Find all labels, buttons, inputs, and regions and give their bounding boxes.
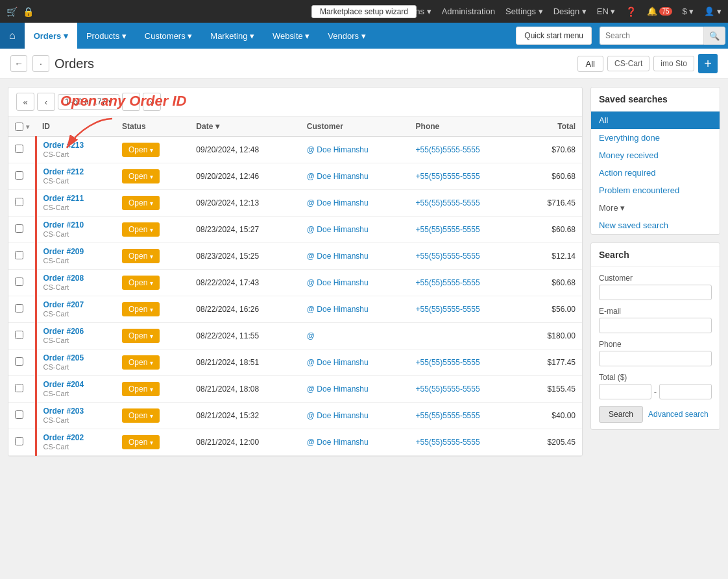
home-nav-btn[interactable]: ⌂ — [0, 23, 25, 49]
phone-link[interactable]: +55(55)5555-5555 — [416, 145, 480, 154]
open-order-btn[interactable]: Open ▾ — [122, 143, 160, 157]
saved-search-problem-encountered[interactable]: Problem encountered — [591, 182, 720, 199]
order-id-link[interactable]: Order #202 — [43, 433, 109, 442]
currency-menu[interactable]: $ ▾ — [683, 6, 694, 16]
lock-icon[interactable]: 🔒 — [23, 6, 34, 17]
prev-page-btn[interactable]: ‹ — [37, 93, 55, 111]
phone-link[interactable]: +55(55)5555-5555 — [416, 172, 480, 181]
open-order-btn[interactable]: Open ▾ — [122, 249, 160, 263]
customer-link[interactable]: @ Doe Himanshu — [307, 172, 369, 181]
row-checkbox[interactable] — [15, 331, 23, 339]
nav-products[interactable]: Products ▾ — [77, 23, 136, 49]
last-page-btn[interactable]: » — [143, 93, 161, 111]
phone-link[interactable]: +55(55)5555-5555 — [416, 384, 480, 394]
row-checkbox[interactable] — [15, 278, 23, 286]
customer-link[interactable]: @ Doe Himanshu — [307, 225, 369, 234]
marketplace-wizard-btn[interactable]: Marketplace setup wizard — [311, 5, 417, 18]
notifications-btn[interactable]: 🔔 75 — [647, 6, 672, 16]
row-checkbox[interactable] — [15, 437, 23, 445]
advanced-search-btn[interactable]: Advanced search — [648, 410, 709, 419]
saved-search-all[interactable]: All — [591, 112, 720, 129]
order-id-link[interactable]: Order #204 — [43, 380, 109, 389]
search-input[interactable] — [600, 27, 703, 45]
filter-imosto-btn[interactable]: imo Sto — [653, 56, 694, 71]
new-saved-search[interactable]: New saved search — [591, 217, 720, 234]
customer-input[interactable] — [599, 285, 712, 300]
open-order-btn[interactable]: Open ▾ — [122, 355, 160, 370]
select-all-checkbox[interactable] — [15, 123, 23, 131]
order-id-link[interactable]: Order #207 — [43, 300, 109, 309]
row-checkbox[interactable] — [15, 171, 23, 180]
total-min-input[interactable] — [599, 384, 651, 399]
forward-btn[interactable]: · — [32, 55, 49, 72]
saved-search-money-received[interactable]: Money received — [591, 147, 720, 164]
search-btn[interactable]: Search — [599, 406, 643, 423]
saved-search-more[interactable]: More ▾ — [591, 199, 720, 217]
settings-menu[interactable]: Settings ▾ — [505, 6, 543, 16]
row-checkbox[interactable] — [15, 145, 23, 153]
language-menu[interactable]: EN ▾ — [597, 6, 616, 16]
customer-link[interactable]: @ Doe Himanshu — [307, 198, 369, 207]
row-checkbox[interactable] — [15, 410, 23, 419]
open-order-btn[interactable]: Open ▾ — [122, 329, 160, 343]
open-order-btn[interactable]: Open ▾ — [122, 382, 160, 396]
order-id-link[interactable]: Order #210 — [43, 220, 109, 230]
open-order-btn[interactable]: Open ▾ — [122, 169, 160, 183]
nav-website[interactable]: Website ▾ — [263, 23, 319, 49]
row-checkbox[interactable] — [15, 198, 23, 206]
order-id-link[interactable]: Order #205 — [43, 353, 109, 362]
row-checkbox[interactable] — [15, 357, 23, 366]
phone-link[interactable]: +55(55)5555-5555 — [416, 252, 480, 261]
nav-orders[interactable]: Orders ▾ — [25, 23, 77, 49]
row-checkbox[interactable] — [15, 304, 23, 313]
next-page-btn[interactable]: › — [122, 93, 140, 111]
order-id-link[interactable]: Order #212 — [43, 167, 109, 176]
order-id-link[interactable]: Order #208 — [43, 274, 109, 283]
back-btn[interactable]: ← — [10, 55, 27, 72]
quick-start-btn[interactable]: Quick start menu — [516, 27, 592, 45]
open-order-btn[interactable]: Open ▾ — [122, 435, 160, 449]
order-id-link[interactable]: Order #213 — [43, 141, 109, 150]
customer-link[interactable]: @ Doe Himanshu — [307, 252, 369, 261]
phone-link[interactable]: +55(55)5555-5555 — [416, 305, 480, 314]
email-input[interactable] — [599, 318, 712, 333]
first-page-btn[interactable]: « — [16, 93, 34, 111]
th-caret[interactable]: ▾ — [26, 123, 29, 130]
order-id-link[interactable]: Order #203 — [43, 407, 109, 416]
nav-customers[interactable]: Customers ▾ — [136, 23, 201, 49]
row-checkbox[interactable] — [15, 224, 23, 233]
open-order-btn[interactable]: Open ▾ — [122, 302, 160, 316]
phone-link[interactable]: +55(55)5555-5555 — [416, 358, 480, 367]
total-max-input[interactable] — [659, 384, 712, 399]
filter-cscart-btn[interactable]: CS-Cart — [607, 56, 649, 71]
phone-link[interactable]: +55(55)5555-5555 — [416, 198, 480, 207]
nav-vendors[interactable]: Vendors ▾ — [319, 23, 374, 49]
row-checkbox[interactable] — [15, 384, 23, 392]
open-order-btn[interactable]: Open ▾ — [122, 408, 160, 423]
customer-link[interactable]: @ Doe Himanshu — [307, 145, 369, 154]
customer-link[interactable]: @ Doe Himanshu — [307, 278, 369, 287]
customer-link[interactable]: @ Doe Himanshu — [307, 305, 369, 314]
nav-marketing[interactable]: Marketing ▾ — [201, 23, 263, 49]
open-order-btn[interactable]: Open ▾ — [122, 196, 160, 210]
filter-all-btn[interactable]: All — [577, 56, 603, 72]
row-checkbox[interactable] — [15, 251, 23, 259]
customer-link[interactable]: @ Doe Himanshu — [307, 438, 369, 447]
saved-search-action-required[interactable]: Action required — [591, 164, 720, 182]
add-order-btn[interactable]: + — [698, 54, 718, 73]
user-menu[interactable]: 👤 ▾ — [704, 6, 722, 16]
design-menu[interactable]: Design ▾ — [553, 6, 587, 16]
page-range-info[interactable]: 1–50 of 177 ▾ — [58, 94, 119, 110]
open-order-btn[interactable]: Open ▾ — [122, 222, 160, 237]
open-order-btn[interactable]: Open ▾ — [122, 276, 160, 290]
phone-link[interactable]: +55(55)5555-5555 — [416, 225, 480, 234]
phone-link[interactable]: +55(55)5555-5555 — [416, 278, 480, 287]
order-id-link[interactable]: Order #209 — [43, 247, 109, 256]
saved-search-everything-done[interactable]: Everything done — [591, 129, 720, 147]
search-submit-btn[interactable]: 🔍 — [703, 27, 725, 45]
phone-link[interactable]: +55(55)5555-5555 — [416, 411, 480, 420]
phone-input[interactable] — [599, 351, 712, 366]
administration-menu[interactable]: Administration — [442, 6, 495, 16]
order-id-link[interactable]: Order #206 — [43, 327, 109, 336]
help-icon[interactable]: ❓ — [625, 6, 637, 17]
